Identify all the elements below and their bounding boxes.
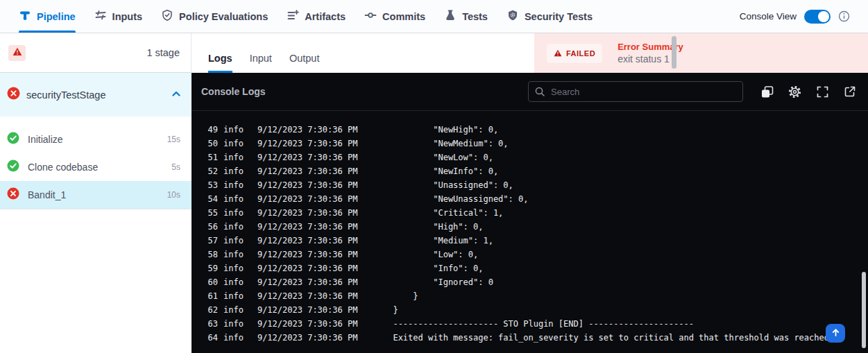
settings-gear-icon[interactable]: [788, 85, 802, 99]
log-num: 63: [192, 317, 218, 331]
log-num: 61: [192, 289, 218, 303]
info-icon[interactable]: [838, 10, 850, 22]
log-msg: }: [393, 303, 398, 317]
security-shield-icon: [507, 9, 519, 24]
log-line: 55info9/12/2023 7:30:36 PM "Critical": 1…: [192, 206, 868, 220]
log-level: info: [223, 317, 244, 331]
tab-policy-evaluations[interactable]: Policy Evaluations: [161, 0, 268, 33]
log-time: 9/12/2023 7:30:36 PM: [257, 303, 358, 317]
log-time: 9/12/2023 7:30:36 PM: [257, 164, 358, 178]
log-line: 58info9/12/2023 7:30:36 PM "Low": 0,: [192, 248, 868, 261]
tab-label: Commits: [382, 11, 425, 22]
log-level: info: [223, 123, 244, 137]
tab-commits[interactable]: Commits: [364, 0, 425, 33]
tab-input[interactable]: Input: [250, 53, 272, 73]
flask-icon: [444, 9, 457, 24]
log-num: 54: [192, 192, 218, 206]
console-view-toggle[interactable]: [804, 10, 831, 24]
log-msg: }: [393, 289, 418, 303]
step-bandit-1[interactable]: Bandit_1 10s: [0, 181, 192, 209]
log-time: 9/12/2023 7:30:36 PM: [257, 289, 358, 303]
console-header-icons: [760, 85, 857, 99]
tab-security-tests[interactable]: Security Tests: [507, 0, 593, 33]
tab-output[interactable]: Output: [289, 53, 320, 73]
log-num: 59: [192, 261, 218, 275]
step-duration: 10s: [167, 190, 180, 200]
log-line: 52info9/12/2023 7:30:36 PM "NewInfo": 0,: [192, 164, 868, 178]
log-time: 9/12/2023 7:30:36 PM: [257, 178, 358, 192]
log-line: 57info9/12/2023 7:30:36 PM "Medium": 1,: [192, 234, 868, 248]
log-body: 49info9/12/2023 7:30:36 PM "NewHigh": 0,…: [192, 111, 868, 345]
log-time: 9/12/2023 7:30:36 PM: [257, 220, 358, 234]
log-time: 9/12/2023 7:30:36 PM: [257, 275, 358, 289]
stage-sidebar: securityTestStage Initialize 15s Clone c…: [0, 73, 192, 353]
log-time: 9/12/2023 7:30:36 PM: [257, 261, 358, 275]
open-in-new-icon[interactable]: [843, 85, 857, 98]
log-msg: "High": 0,: [393, 220, 483, 234]
log-level: info: [223, 150, 244, 164]
log-num: 57: [192, 234, 218, 248]
log-num: 64: [192, 331, 218, 345]
log-msg: "Ignored": 0: [393, 275, 493, 289]
log-line: 50info9/12/2023 7:30:36 PM "NewMedium": …: [192, 137, 868, 150]
log-num: 62: [192, 303, 218, 317]
step-initialize[interactable]: Initialize 15s: [0, 126, 192, 153]
copy-icon[interactable]: [760, 85, 774, 99]
log-time: 9/12/2023 7:30:36 PM: [257, 206, 358, 220]
status-badge: FAILED: [547, 44, 602, 63]
stage-name: securityTestStage: [26, 89, 105, 101]
chevron-up-icon[interactable]: [171, 88, 182, 102]
step-duration: 5s: [171, 162, 180, 172]
scroll-to-top-button[interactable]: [826, 324, 845, 343]
top-navigation: Pipeline Inputs Policy Evaluations Artif…: [0, 0, 868, 33]
log-line: 53info9/12/2023 7:30:36 PM "Unassigned":…: [192, 178, 868, 192]
error-summary-strip: FAILED Error Summary exit status 1: [534, 33, 868, 73]
log-line: 62info9/12/2023 7:30:36 PM}: [192, 303, 868, 317]
search-input[interactable]: [528, 81, 743, 102]
log-msg: "NewInfo": 0,: [393, 164, 498, 178]
log-msg: "Critical": 1,: [393, 206, 503, 220]
log-time: 9/12/2023 7:30:36 PM: [257, 248, 358, 261]
log-panel-tabs: Logs Input Output: [192, 33, 534, 73]
log-level: info: [223, 248, 244, 261]
nav-right: Console View: [740, 0, 868, 33]
log-msg: "Info": 0,: [393, 261, 483, 275]
log-msg: "NewMedium": 0,: [393, 137, 508, 150]
log-line: 61info9/12/2023 7:30:36 PM }: [192, 289, 868, 303]
log-time: 9/12/2023 7:30:36 PM: [257, 137, 358, 150]
log-level: info: [223, 137, 244, 150]
pipeline-icon: [19, 9, 31, 24]
error-summary-scrollbar[interactable]: [672, 36, 676, 69]
inputs-icon: [94, 9, 107, 24]
success-check-icon: [7, 160, 19, 175]
log-num: 55: [192, 206, 218, 220]
tab-logs[interactable]: Logs: [208, 53, 232, 73]
tab-pipeline[interactable]: Pipeline: [19, 0, 76, 33]
console-scrollbar[interactable]: [862, 272, 866, 348]
log-num: 52: [192, 164, 218, 178]
nav-tabs: Pipeline Inputs Policy Evaluations Artif…: [0, 0, 593, 33]
stage-header-securityTestStage[interactable]: securityTestStage: [0, 73, 192, 117]
tab-inputs[interactable]: Inputs: [94, 0, 143, 33]
tab-artifacts[interactable]: Artifacts: [287, 0, 346, 33]
log-line: 49info9/12/2023 7:30:36 PM "NewHigh": 0,: [192, 123, 868, 137]
console-header: Console Logs: [192, 73, 868, 111]
step-label: Bandit_1: [28, 189, 66, 200]
log-line: 51info9/12/2023 7:30:36 PM "NewLow": 0,: [192, 150, 868, 164]
log-msg: "Unassigned": 0,: [393, 178, 513, 192]
list-plus-icon: [287, 9, 299, 24]
log-time: 9/12/2023 7:30:36 PM: [257, 317, 358, 331]
tab-tests[interactable]: Tests: [444, 0, 488, 33]
log-level: info: [223, 178, 244, 192]
fullscreen-icon[interactable]: [815, 85, 830, 99]
log-msg: "Low": 0,: [393, 248, 478, 261]
log-line: 59info9/12/2023 7:30:36 PM "Info": 0,: [192, 261, 868, 275]
log-line: 54info9/12/2023 7:30:36 PM "NewUnassigne…: [192, 192, 868, 206]
log-time: 9/12/2023 7:30:36 PM: [257, 150, 358, 164]
log-line: 63info9/12/2023 7:30:36 PM--------------…: [192, 317, 868, 331]
log-level: info: [223, 303, 244, 317]
step-clone-codebase[interactable]: Clone codebase 5s: [0, 153, 192, 181]
toggle-knob: [818, 11, 829, 22]
tab-label: Inputs: [112, 11, 143, 22]
arrow-up-icon: [831, 327, 840, 340]
